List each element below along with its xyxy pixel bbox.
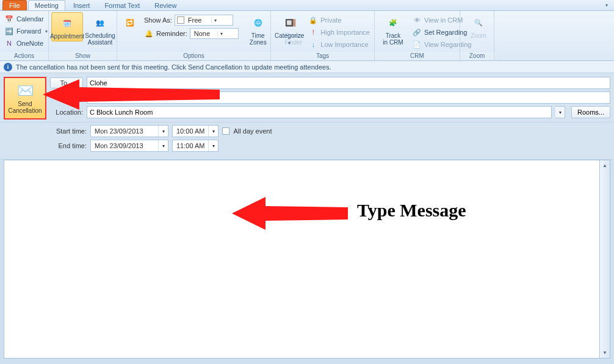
send-cancellation-label: Send Cancellation — [8, 101, 42, 114]
crm-view-icon: 👁 — [412, 15, 422, 25]
group-options-label: Options — [117, 52, 270, 60]
recurrence-icon: 🔁 — [121, 14, 139, 31]
scroll-down-icon[interactable]: ▼ — [600, 348, 610, 358]
scheduling-assistant-button[interactable]: 👥 Scheduling Assistant — [84, 12, 116, 47]
start-time-value: 10:00 AM — [173, 126, 208, 137]
all-day-label: All day event — [233, 127, 272, 135]
end-time-value: 11:00 AM — [173, 140, 208, 151]
group-tags-label: Tags — [271, 52, 374, 60]
form-area: ✉️ Send Cancellation To... Subject: Loca… — [0, 73, 614, 123]
calendar-icon: 📅 — [4, 14, 14, 24]
all-day-checkbox[interactable] — [222, 127, 229, 135]
view-regarding-icon: 📄 — [412, 40, 422, 49]
scroll-track[interactable] — [600, 171, 610, 348]
scroll-up-icon[interactable]: ▲ — [600, 160, 610, 171]
send-cancellation-button[interactable]: ✉️ Send Cancellation — [4, 77, 46, 120]
set-regarding-icon: 🔗 — [412, 27, 422, 37]
categorize-icon: 🔲 — [281, 14, 298, 31]
chevron-down-icon[interactable]: ▾ — [208, 140, 218, 151]
recurrence-button[interactable]: 🔁 — [120, 12, 140, 32]
start-date-value: Mon 23/09/2013 — [91, 126, 158, 137]
to-field[interactable] — [87, 77, 610, 89]
zoom-button[interactable]: 🔍 Zoom — [463, 12, 494, 40]
low-importance-button[interactable]: ↓ Low Importance — [306, 39, 372, 50]
appointment-button[interactable]: 🗓️ Appointment — [51, 12, 83, 41]
view-in-crm-label: View in CRM — [424, 16, 463, 24]
time-zones-button[interactable]: 🌐 Time Zones — [242, 12, 274, 47]
reminder-label: Reminder: — [156, 30, 187, 37]
subject-field[interactable] — [87, 91, 610, 104]
group-show: 🗓️ Appointment 👥 Scheduling Assistant Sh… — [49, 11, 117, 60]
end-time-label: End time: — [50, 142, 87, 149]
categorize-label: Categorize — [275, 32, 304, 39]
appointment-label: Appointment — [50, 33, 84, 40]
chevron-down-icon[interactable]: ▾ — [217, 31, 226, 37]
vertical-scrollbar[interactable]: ▲ ▼ — [600, 160, 610, 359]
reminder-value: None — [190, 30, 217, 37]
scheduling-label: Scheduling Assistant — [85, 32, 115, 46]
start-time-label: Start time: — [50, 127, 87, 135]
send-icon: ✉️ — [17, 83, 34, 99]
chevron-down-icon[interactable]: ▾ — [158, 126, 168, 137]
to-button[interactable]: To... — [50, 77, 83, 88]
tab-meeting[interactable]: Meeting — [28, 0, 65, 10]
tab-review[interactable]: Review — [148, 0, 183, 10]
globe-icon: 🌐 — [250, 14, 267, 31]
location-label: Location: — [50, 109, 83, 116]
categorize-button[interactable]: 🔲 Categorize ▾ — [273, 12, 305, 47]
ribbon-tabs: File Meeting Insert Format Text Review ▾ — [0, 0, 614, 11]
group-crm: 🧩 Track in CRM 👁 View in CRM 🔗 Set Regar… — [375, 11, 460, 60]
group-zoom-label: Zoom — [460, 52, 494, 60]
high-importance-label: High Importance — [320, 29, 370, 36]
showas-dropdown[interactable]: Free ▾ — [175, 15, 233, 26]
message-body-editor[interactable] — [4, 160, 600, 359]
crm-icon: 🧩 — [385, 14, 402, 31]
group-options: 🔁 Show As: Free ▾ 🔔 Reminder: None — [117, 11, 271, 60]
tab-format-text[interactable]: Format Text — [98, 0, 146, 10]
lock-icon: 🔒 — [308, 15, 318, 25]
ribbon-minimize-icon[interactable]: ▾ — [603, 1, 610, 9]
chevron-down-icon[interactable]: ▾ — [158, 140, 168, 151]
forward-label: Forward — [16, 27, 41, 35]
location-field[interactable] — [87, 106, 552, 118]
track-crm-button[interactable]: 🧩 Track in CRM — [377, 12, 409, 47]
calendar-button[interactable]: 📅 Calendar — [2, 13, 46, 24]
free-swatch-icon — [177, 16, 184, 24]
onenote-label: OneNote — [16, 40, 43, 47]
group-actions-label: Actions — [0, 52, 48, 60]
tab-file[interactable]: File — [2, 0, 27, 10]
chevron-down-icon[interactable]: ▾ — [208, 126, 218, 137]
chevron-down-icon: ▾ — [286, 40, 292, 46]
info-icon: i — [4, 63, 12, 71]
arrow-down-icon: ↓ — [308, 40, 318, 49]
group-show-label: Show — [49, 52, 117, 60]
location-dropdown[interactable]: ▾ — [555, 106, 565, 118]
calendar-label: Calendar — [16, 15, 44, 23]
start-date-picker[interactable]: Mon 23/09/2013 ▾ — [90, 125, 168, 137]
showas-value: Free — [184, 16, 211, 24]
time-zones-label: Time Zones — [250, 32, 267, 46]
private-button[interactable]: 🔒 Private — [306, 15, 372, 26]
group-zoom: 🔍 Zoom Zoom — [460, 11, 494, 60]
end-date-picker[interactable]: Mon 23/09/2013 ▾ — [90, 140, 168, 152]
group-tags: 🔲 Categorize ▾ 🔒 Private ! High Importan… — [271, 11, 375, 60]
forward-button[interactable]: ➡️ Forward ▾ — [2, 26, 51, 37]
group-crm-label: CRM — [375, 52, 460, 60]
reminder-dropdown[interactable]: None ▾ — [190, 28, 239, 39]
tab-insert[interactable]: Insert — [67, 0, 97, 10]
ribbon: 📅 Calendar ➡️ Forward ▾ N OneNote Action… — [0, 11, 614, 61]
end-time-picker[interactable]: 11:00 AM ▾ — [172, 140, 219, 152]
start-time-picker[interactable]: 10:00 AM ▾ — [172, 125, 219, 137]
high-importance-button[interactable]: ! High Importance — [306, 27, 372, 38]
onenote-button[interactable]: N OneNote — [2, 38, 45, 49]
low-importance-label: Low Importance — [320, 41, 368, 48]
rooms-button[interactable]: Rooms... — [571, 106, 610, 118]
showas-label: Show As: — [144, 16, 172, 24]
chevron-down-icon[interactable]: ▾ — [211, 18, 220, 23]
zoom-icon: 🔍 — [470, 14, 487, 31]
scheduling-icon: 👥 — [92, 14, 109, 31]
bell-icon: 🔔 — [144, 29, 154, 38]
onenote-icon: N — [4, 38, 14, 48]
subject-label: Subject: — [50, 94, 83, 101]
zoom-label: Zoom — [471, 32, 486, 39]
